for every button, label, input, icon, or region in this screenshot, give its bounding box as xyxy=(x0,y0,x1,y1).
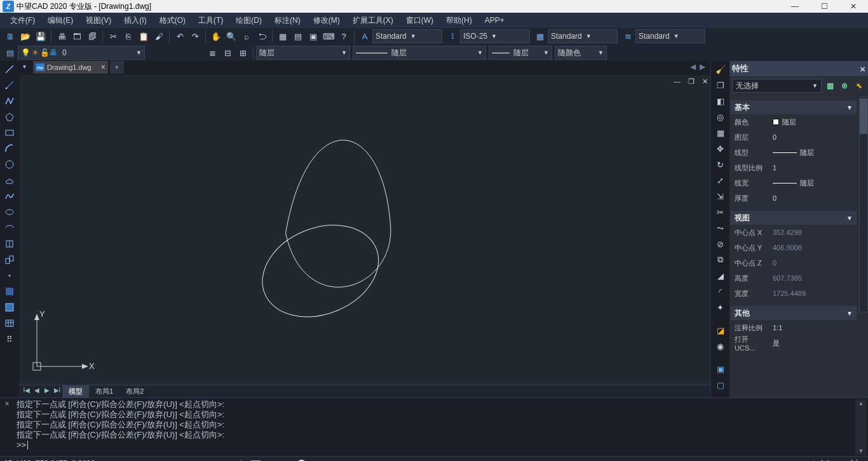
layout-last-icon[interactable]: ▶I xyxy=(52,387,62,397)
copy2-icon[interactable]: ❐ xyxy=(714,78,728,92)
viewcube-icon[interactable]: ◉ xyxy=(714,339,728,353)
copy-icon[interactable]: ⎘ xyxy=(121,29,135,43)
status-scale[interactable]: 1:1 xyxy=(820,459,831,462)
textstyle-icon[interactable]: A xyxy=(358,29,372,43)
polyline-icon[interactable] xyxy=(2,94,17,108)
menu-tools[interactable]: 工具(T) xyxy=(192,13,229,28)
scale-icon[interactable]: ⤢ xyxy=(714,173,728,187)
fullscreen-icon[interactable]: ⛶ xyxy=(850,459,858,462)
line-icon[interactable] xyxy=(2,62,17,76)
polar-icon[interactable]: ⊛ xyxy=(203,458,217,462)
layout-tab-2[interactable]: 布局2 xyxy=(119,385,150,398)
menu-draw[interactable]: 绘图(D) xyxy=(229,13,268,28)
lineweight-dropdown[interactable]: 随层▼ xyxy=(489,46,552,60)
save-icon[interactable]: 💾 xyxy=(34,29,48,43)
minimize-button[interactable]: — xyxy=(780,0,810,13)
menu-edit[interactable]: 编辑(E) xyxy=(41,13,79,28)
trim-icon[interactable]: ✂ xyxy=(714,205,728,219)
layeroff-icon[interactable]: ⊞ xyxy=(236,46,250,60)
pickadd-icon[interactable]: ⊕ xyxy=(838,79,851,92)
command-scrollbar[interactable]: ▲▼ xyxy=(855,399,867,455)
tablestyle-icon[interactable]: ▦ xyxy=(533,29,547,43)
zoom-rt-icon[interactable]: 🔍 xyxy=(224,29,238,43)
layout-next-icon[interactable]: ▶ xyxy=(42,387,52,397)
maximize-button[interactable]: ☐ xyxy=(810,0,839,13)
doc-close-icon[interactable]: × xyxy=(101,63,105,72)
point-icon[interactable] xyxy=(2,269,17,283)
command-input[interactable]: >> xyxy=(17,440,851,450)
paste-icon[interactable]: 📋 xyxy=(137,29,151,43)
tooltip-icon[interactable]: 💬 xyxy=(294,458,308,462)
move-icon[interactable]: ✥ xyxy=(714,142,728,156)
toolpalette-icon[interactable]: ▣ xyxy=(306,29,320,43)
options-icon[interactable]: ▾ xyxy=(860,459,864,462)
chamfer-icon[interactable]: ◢ xyxy=(714,269,728,283)
spline-icon[interactable] xyxy=(2,189,17,203)
menu-ext[interactable]: 扩展工具(X) xyxy=(346,13,400,28)
circle-icon[interactable] xyxy=(2,157,17,171)
annoscale-icon[interactable]: ⚙ xyxy=(810,459,817,462)
match-icon[interactable]: 🖌 xyxy=(152,29,166,43)
ellipse-icon[interactable] xyxy=(2,205,17,219)
calc-icon[interactable]: ⌨ xyxy=(322,29,336,43)
menu-app[interactable]: APP+ xyxy=(478,14,511,27)
drawing-canvas[interactable]: — ❐ ✕ Y X xyxy=(19,75,710,385)
layout-prev-icon[interactable]: ◀ xyxy=(32,387,42,397)
extend-icon[interactable]: ⤳ xyxy=(714,221,728,235)
menu-modify[interactable]: 修改(M) xyxy=(307,13,346,28)
dimstyle-dropdown[interactable]: ISO-25▼ xyxy=(460,29,530,43)
menu-file[interactable]: 文件(F) xyxy=(4,13,41,28)
break-icon[interactable]: ⊘ xyxy=(714,237,728,251)
mlstyle-dropdown[interactable]: Standard▼ xyxy=(635,29,705,43)
tabs-left-icon[interactable]: ◀ xyxy=(689,62,697,71)
hatch-icon[interactable] xyxy=(2,284,17,298)
layout-first-icon[interactable]: I◀ xyxy=(22,387,32,397)
arc-icon[interactable] xyxy=(2,142,17,156)
doc-max-icon[interactable]: ❐ xyxy=(688,77,695,86)
grid-icon[interactable]: ▩ xyxy=(172,458,186,462)
dimstyle-icon[interactable]: ⟟ xyxy=(445,29,459,43)
draworder-icon[interactable]: ◪ xyxy=(714,323,728,337)
pan-icon[interactable]: ✋ xyxy=(209,29,223,43)
mlstyle-icon[interactable]: ≋ xyxy=(621,29,635,43)
table-icon[interactable] xyxy=(2,316,17,330)
layout-tab-1[interactable]: 布局1 xyxy=(89,385,119,398)
erase-icon[interactable]: 🧹 xyxy=(714,62,728,76)
properties-scrollbar[interactable] xyxy=(859,97,868,312)
menu-help[interactable]: 帮助(H) xyxy=(440,13,478,28)
zoom-win-icon[interactable]: ⌕ xyxy=(240,29,254,43)
snap-icon[interactable]: ▦ xyxy=(157,458,171,462)
textstyle-dropdown[interactable]: Standard▼ xyxy=(372,29,442,43)
zoom-prev-icon[interactable]: ⮌ xyxy=(255,29,269,43)
designcenter-icon[interactable]: ▤ xyxy=(291,29,305,43)
open-icon[interactable]: 📂 xyxy=(18,29,32,43)
new-icon[interactable]: 🗎 xyxy=(3,29,17,43)
model-icon[interactable]: ▣ xyxy=(309,458,323,462)
layer-dropdown[interactable]: 💡☀🔓🖶0▼ xyxy=(18,46,145,60)
command-close-icon[interactable]: × xyxy=(0,398,14,456)
fillet-icon[interactable]: ◜ xyxy=(714,284,728,298)
new-tab-button[interactable]: + xyxy=(110,61,124,74)
bring-front-icon[interactable]: ▣ xyxy=(714,362,728,376)
layerprev-icon[interactable]: ≣ xyxy=(205,46,219,60)
tablestyle-dropdown[interactable]: Standard▼ xyxy=(548,29,618,43)
offset-icon[interactable]: ◎ xyxy=(714,110,728,124)
plotstyle-dropdown[interactable]: 随颜色▼ xyxy=(555,46,607,60)
select-objects-icon[interactable]: ⬉ xyxy=(853,79,865,92)
stretch-icon[interactable]: ⇲ xyxy=(714,189,728,203)
grip-icon[interactable]: ⠿ xyxy=(2,332,17,346)
polygon-icon[interactable] xyxy=(2,110,17,124)
undo-icon[interactable]: ↶ xyxy=(173,29,187,43)
revcloud-icon[interactable] xyxy=(2,173,17,187)
properties-close-icon[interactable]: × xyxy=(860,63,865,74)
annovis-icon[interactable]: ✦ xyxy=(841,459,848,462)
quickselect-icon[interactable]: ▦ xyxy=(824,79,836,92)
ortho-icon[interactable]: ∟ xyxy=(187,458,201,462)
lwt-icon[interactable]: ≡ xyxy=(264,458,278,462)
properties-icon[interactable]: ▦ xyxy=(276,29,290,43)
tabs-right-icon[interactable]: ▶ xyxy=(698,62,707,71)
region-icon[interactable] xyxy=(2,300,17,314)
array-icon[interactable]: ▦ xyxy=(714,126,728,140)
rectangle-icon[interactable] xyxy=(2,126,17,140)
menu-format[interactable]: 格式(O) xyxy=(153,13,192,28)
